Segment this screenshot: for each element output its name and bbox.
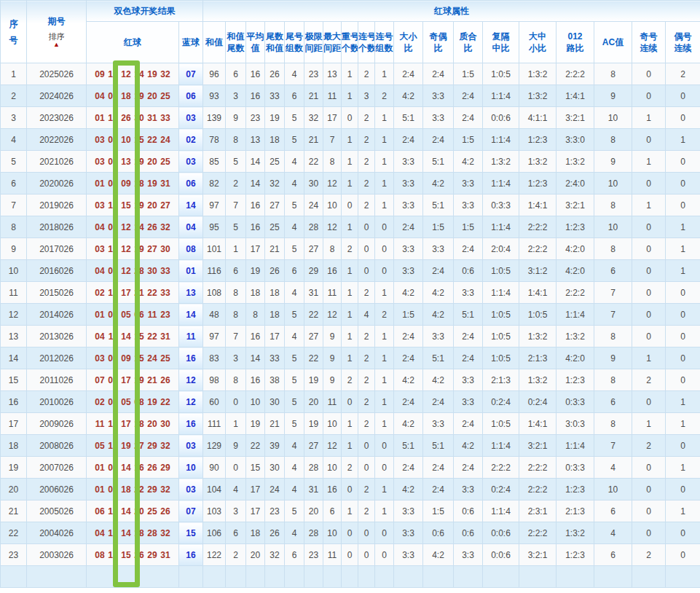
attr-cell-big-mid-small-ratio: 3:2:1 — [519, 544, 557, 566]
attr-cell-average: 18 — [246, 282, 265, 304]
lottery-results-page: 序 号 期号 排序 ▲ 双色球开奖结果 红球属性 红球 蓝球 和值 和值尾数平均… — [0, 0, 700, 593]
red-balls-cell: 041114152231 — [87, 326, 179, 347]
attr-cell-tail-groups: 4 — [285, 522, 304, 544]
attr-cell-big-mid-small-ratio: 2:2:2 — [519, 216, 557, 238]
attr-cell-max-gap: 10 — [323, 413, 342, 435]
attr-cell-sum-tail: 7 — [226, 326, 246, 347]
attr-cell-sum: 97 — [203, 326, 226, 347]
red-ball: 19 — [133, 244, 146, 254]
red-ball: 11 — [146, 310, 159, 320]
attr-cell-consecutive-count: 4 — [358, 304, 375, 326]
blue-ball-cell: 15 — [179, 522, 203, 544]
attr-cell-big-mid-small-ratio: 1:2:3 — [519, 173, 557, 195]
attr-cell-prime-composite-ratio: 5:1 — [454, 304, 483, 326]
red-ball: 08 — [93, 550, 106, 560]
red-ball: 33 — [159, 266, 172, 276]
attr-cell-tail-sum: 38 — [265, 369, 285, 391]
attr-cell-repeat-skip-mid-ratio: 1:1:4 — [483, 129, 519, 151]
attr-cell-odd-consecutive: 0 — [632, 304, 666, 326]
result-row: 82018026040712142632049551625428121002:4… — [1, 216, 700, 238]
attr-cell-limit-span: 24 — [304, 195, 323, 216]
attr-cell-big-small-ratio: 2:4 — [394, 457, 423, 479]
red-ball: 26 — [159, 506, 172, 517]
attr-cell-sum-tail: 8 — [226, 369, 246, 391]
attr-cell-consecutive-groups: 1 — [375, 151, 394, 173]
attr-cell-big-mid-small-ratio: 0:2:4 — [519, 391, 557, 413]
red-ball: 22 — [146, 288, 159, 298]
partial-row-cell — [323, 566, 342, 588]
attr-cell-consecutive-groups: 1 — [375, 129, 394, 151]
sort-control[interactable]: 排序 ▲ — [27, 32, 86, 48]
attr-cell-repeat-skip-mid-ratio: 1:1:4 — [483, 435, 519, 457]
attr-cell-tail-groups: 5 — [285, 413, 304, 435]
attr-cell-consecutive-count: 2 — [358, 347, 375, 369]
seq-cell: 8 — [1, 216, 27, 238]
attr-cell-big-small-ratio: 5:1 — [394, 435, 423, 457]
red-ball: 19 — [133, 200, 146, 211]
seq-cell: 12 — [1, 304, 27, 326]
attr-cell-road-012-ratio: 0:3:3 — [557, 457, 594, 479]
attr-cell-sum: 90 — [203, 457, 226, 479]
red-ball: 17 — [119, 419, 133, 429]
attr-cell-road-012-ratio: 2:1:3 — [557, 500, 594, 522]
partial-row-cell — [483, 566, 519, 588]
red-ball: 13 — [106, 200, 119, 211]
group-header-draw-result: 双色球开奖结果 — [87, 1, 203, 22]
attr-cell-repeat-count: 0 — [342, 107, 358, 129]
partial-row-cell — [304, 566, 323, 588]
attr-cell-even-consecutive: 0 — [666, 85, 700, 107]
attr-cell-tail-groups: 4 — [285, 173, 304, 195]
column-header-average: 平均值 — [246, 22, 265, 63]
attr-cell-big-mid-small-ratio: 1:3:2 — [519, 63, 557, 85]
red-ball: 02 — [93, 397, 106, 407]
attr-cell-average: 17 — [246, 500, 265, 522]
attr-cell-repeat-skip-mid-ratio: 1:1:4 — [483, 85, 519, 107]
attr-cell-big-mid-small-ratio: 1:3:2 — [519, 85, 557, 107]
attr-cell-sum: 108 — [203, 282, 226, 304]
attr-cell-limit-span: 29 — [304, 260, 323, 282]
red-ball: 20 — [146, 157, 159, 167]
attr-cell-road-012-ratio: 2:4:0 — [557, 173, 594, 195]
red-ball: 12 — [119, 69, 133, 79]
red-ball: 32 — [159, 441, 172, 451]
attr-cell-consecutive-groups: 1 — [375, 479, 394, 500]
seq-cell: 19 — [1, 457, 27, 479]
attr-cell-tail-groups: 5 — [285, 129, 304, 151]
attr-cell-max-gap: 9 — [323, 369, 342, 391]
attr-cell-even-consecutive: 0 — [666, 282, 700, 304]
red-ball: 02 — [106, 310, 119, 320]
attr-cell-tail-sum: 25 — [265, 216, 285, 238]
red-ball: 21 — [146, 375, 159, 385]
attr-cell-average: 22 — [246, 435, 265, 457]
red-balls-cell: 051719272932 — [87, 435, 179, 457]
attr-cell-ac-value: 8 — [594, 369, 632, 391]
red-balls-cell: 010409181931 — [87, 173, 179, 195]
red-balls-cell: 041014182832 — [87, 522, 179, 544]
period-cell: 2005026 — [27, 500, 87, 522]
attr-cell-average: 16 — [246, 195, 265, 216]
red-ball: 01 — [93, 310, 106, 320]
attr-cell-even-consecutive: 1 — [666, 238, 700, 260]
attr-cell-sum-tail: 2 — [226, 544, 246, 566]
attr-cell-consecutive-count: 2 — [358, 107, 375, 129]
attr-cell-tail-groups: 5 — [285, 195, 304, 216]
attr-cell-prime-composite-ratio: 1:5 — [454, 129, 483, 151]
attr-cell-consecutive-count: 2 — [358, 369, 375, 391]
attr-cell-average: 8 — [246, 304, 265, 326]
attr-cell-repeat-count: 1 — [342, 304, 358, 326]
attr-cell-consecutive-count: 0 — [358, 522, 375, 544]
red-ball: 14 — [119, 463, 133, 473]
partial-row-cell — [285, 566, 304, 588]
attr-cell-odd-consecutive: 1 — [632, 195, 666, 216]
attr-cell-sum: 103 — [203, 500, 226, 522]
blue-ball-cell: 03 — [179, 107, 203, 129]
attr-cell-big-small-ratio: 4:2 — [394, 282, 423, 304]
attr-cell-big-small-ratio: 3:3 — [394, 151, 423, 173]
attr-cell-repeat-count: 0 — [342, 195, 358, 216]
attr-cell-max-gap: 11 — [323, 85, 342, 107]
attr-cell-consecutive-count: 2 — [358, 63, 375, 85]
result-row: 92017026031012192730081011172152782003:3… — [1, 238, 700, 260]
blue-ball-cell: 04 — [179, 216, 203, 238]
attr-cell-prime-composite-ratio: 2:4 — [454, 457, 483, 479]
attr-cell-big-small-ratio: 3:3 — [394, 500, 423, 522]
